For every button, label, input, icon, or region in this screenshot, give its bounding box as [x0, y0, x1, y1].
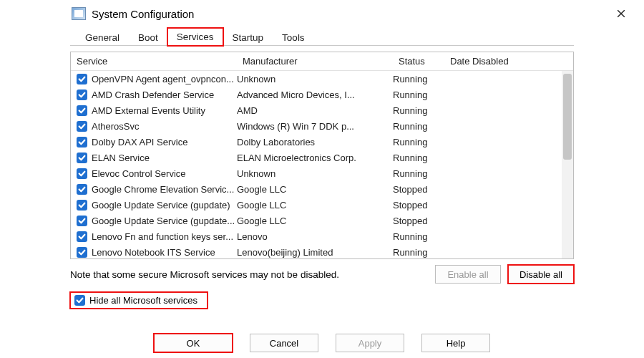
service-status: Running	[393, 105, 444, 116]
checkbox-checked-icon[interactable]	[77, 105, 87, 116]
service-manufacturer: Lenovo	[237, 231, 393, 242]
column-header-date-disabled[interactable]: Date Disabled	[444, 56, 573, 67]
dialog-content: GeneralBootServicesStartupTools Service …	[0, 27, 644, 309]
service-status: Running	[393, 90, 444, 100]
column-header-status[interactable]: Status	[393, 56, 444, 67]
service-row[interactable]: ELAN ServiceELAN Microelectronics Corp.R…	[71, 150, 562, 165]
checkbox-checked-icon[interactable]	[77, 200, 87, 211]
checkbox-checked-icon[interactable]	[77, 90, 87, 100]
window-title: System Configuration	[92, 8, 194, 20]
service-status: Running	[393, 168, 444, 179]
service-manufacturer: Advanced Micro Devices, I...	[237, 90, 393, 100]
service-manufacturer: ELAN Microelectronics Corp.	[237, 153, 393, 163]
service-row[interactable]: AtherosSvcWindows (R) Win 7 DDK p...Runn…	[71, 118, 562, 134]
tab-startup[interactable]: Startup	[223, 29, 273, 46]
service-row[interactable]: AMD External Events UtilityAMDRunning	[71, 102, 562, 118]
scroll-thumb[interactable]	[563, 74, 572, 160]
services-list: Service Manufacturer Status Date Disable…	[70, 52, 574, 259]
close-icon	[617, 9, 625, 18]
hide-ms-services-checkbox[interactable]: Hide all Microsoft services	[70, 292, 208, 309]
hide-ms-services-label: Hide all Microsoft services	[89, 295, 197, 306]
service-status: Running	[393, 231, 444, 242]
service-status: Stopped	[393, 216, 444, 226]
checkbox-checked-icon[interactable]	[77, 247, 87, 258]
service-row[interactable]: Lenovo Fn and function keys ser...Lenovo…	[71, 228, 562, 244]
service-status: Running	[393, 153, 444, 163]
checkbox-checked-icon[interactable]	[77, 184, 87, 195]
checkbox-checked-icon	[74, 295, 85, 306]
system-configuration-window: System Configuration GeneralBootServices…	[0, 0, 644, 358]
close-button[interactable]	[607, 3, 635, 24]
list-body[interactable]: OpenVPN Agent agent_ovpncon...UnknownRun…	[71, 71, 562, 258]
service-row[interactable]: Google Update Service (gupdate...Google …	[71, 213, 562, 228]
list-header: Service Manufacturer Status Date Disable…	[71, 52, 573, 71]
service-manufacturer: Unknown	[237, 74, 393, 84]
service-row[interactable]: Google Update Service (gupdate)Google LL…	[71, 197, 562, 213]
service-name: AMD Crash Defender Service	[92, 90, 237, 100]
service-name: Google Chrome Elevation Servic...	[92, 184, 237, 195]
service-manufacturer: Lenovo(beijing) Limited	[237, 247, 393, 258]
service-status: Stopped	[393, 184, 444, 195]
service-row[interactable]: OpenVPN Agent agent_ovpncon...UnknownRun…	[71, 71, 562, 87]
service-manufacturer: Windows (R) Win 7 DDK p...	[237, 121, 393, 132]
service-manufacturer: AMD	[237, 105, 393, 116]
checkbox-checked-icon[interactable]	[77, 231, 87, 242]
service-name: Dolby DAX API Service	[92, 137, 237, 147]
titlebar: System Configuration	[0, 0, 644, 27]
apply-button[interactable]: Apply	[336, 334, 404, 352]
service-name: AtherosSvc	[92, 121, 237, 132]
ok-button[interactable]: OK	[154, 334, 233, 352]
checkbox-checked-icon[interactable]	[77, 168, 87, 179]
tab-services[interactable]: Services	[167, 28, 223, 46]
service-row[interactable]: Lenovo Notebook ITS ServiceLenovo(beijin…	[71, 244, 562, 258]
service-status: Running	[393, 121, 444, 132]
checkbox-checked-icon[interactable]	[77, 121, 87, 132]
msconfig-icon	[72, 7, 86, 20]
service-name: Lenovo Fn and function keys ser...	[92, 231, 237, 242]
vertical-scrollbar[interactable]	[562, 71, 573, 258]
tab-general[interactable]: General	[76, 29, 129, 46]
service-name: AMD External Events Utility	[92, 105, 237, 116]
column-header-manufacturer[interactable]: Manufacturer	[237, 56, 393, 67]
column-header-service[interactable]: Service	[71, 56, 237, 67]
service-name: Elevoc Control Service	[92, 168, 237, 179]
service-row[interactable]: Dolby DAX API ServiceDolby LaboratoriesR…	[71, 134, 562, 150]
tab-tools[interactable]: Tools	[273, 29, 314, 46]
service-manufacturer: Unknown	[237, 168, 393, 179]
hide-ms-row: Hide all Microsoft services	[70, 292, 574, 309]
service-manufacturer: Google LLC	[237, 200, 393, 211]
service-manufacturer: Google LLC	[237, 184, 393, 195]
service-name: Lenovo Notebook ITS Service	[92, 247, 237, 258]
service-name: Google Update Service (gupdate...	[92, 216, 237, 226]
service-manufacturer: Google LLC	[237, 216, 393, 226]
service-row[interactable]: Google Chrome Elevation Servic...Google …	[71, 181, 562, 197]
service-status: Stopped	[393, 200, 444, 211]
tab-boot[interactable]: Boot	[129, 29, 167, 46]
checkbox-checked-icon[interactable]	[77, 137, 87, 147]
service-name: ELAN Service	[92, 153, 237, 163]
service-row[interactable]: AMD Crash Defender ServiceAdvanced Micro…	[71, 87, 562, 102]
service-row[interactable]: Elevoc Control ServiceUnknownRunning	[71, 165, 562, 181]
tab-strip: GeneralBootServicesStartupTools	[70, 27, 574, 46]
service-manufacturer: Dolby Laboratories	[237, 137, 393, 147]
service-status: Running	[393, 74, 444, 84]
note-text: Note that some secure Microsoft services…	[70, 269, 435, 280]
note-row: Note that some secure Microsoft services…	[70, 265, 574, 284]
dialog-footer: OK Cancel Apply Help	[0, 334, 644, 352]
checkbox-checked-icon[interactable]	[77, 216, 87, 226]
cancel-button[interactable]: Cancel	[250, 334, 318, 352]
disable-all-button[interactable]: Disable all	[508, 265, 574, 284]
service-status: Running	[393, 137, 444, 147]
service-name: OpenVPN Agent agent_ovpncon...	[92, 74, 237, 84]
help-button[interactable]: Help	[421, 334, 490, 352]
checkbox-checked-icon[interactable]	[77, 153, 87, 163]
service-name: Google Update Service (gupdate)	[92, 200, 237, 211]
checkbox-checked-icon[interactable]	[77, 74, 87, 84]
service-status: Running	[393, 247, 444, 258]
enable-all-button[interactable]: Enable all	[435, 265, 501, 284]
